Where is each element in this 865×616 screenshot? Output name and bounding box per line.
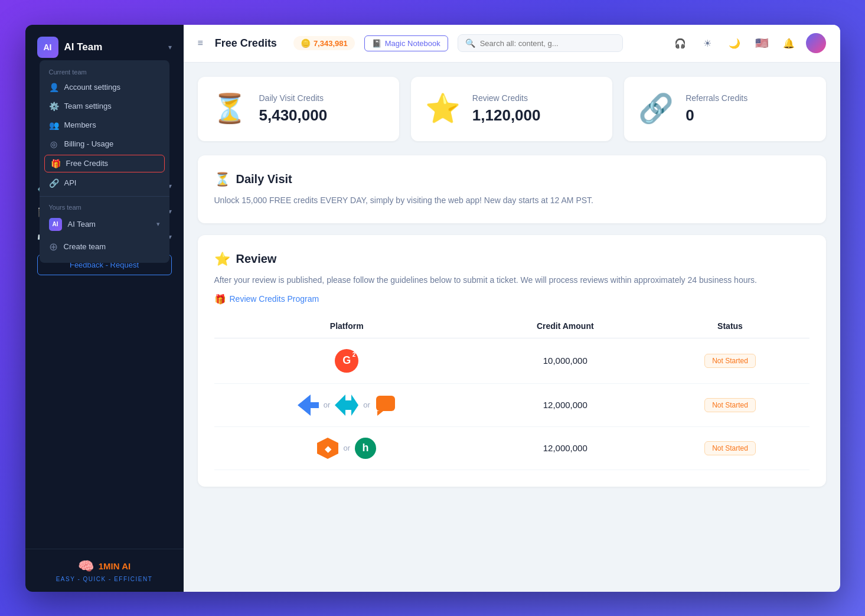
team-settings-label: Team settings bbox=[64, 102, 112, 110]
magic-notebook-button[interactable]: 📓 Magic Notebook bbox=[364, 35, 448, 51]
bell-button[interactable]: 🔔 bbox=[779, 33, 799, 53]
ai-team-chevron: ▾ bbox=[156, 220, 160, 228]
g2-platform-cell: G2 bbox=[224, 349, 471, 373]
sidebar-item-members[interactable]: 👥 Members bbox=[40, 116, 169, 135]
headphone-icon: 🎧 bbox=[674, 38, 686, 49]
flag-icon: 🇺🇸 bbox=[755, 37, 768, 50]
svg-marker-0 bbox=[298, 395, 319, 416]
svg-text:◆: ◆ bbox=[324, 444, 332, 454]
review-credits-label: Review Credits bbox=[472, 93, 541, 103]
sun-icon: ☀ bbox=[703, 38, 711, 49]
moon-icon: 🌙 bbox=[729, 38, 740, 49]
daily-visit-section-title: Daily Visit bbox=[236, 172, 292, 186]
multi2-credit-amount: 12,000,000 bbox=[479, 426, 651, 470]
sun-button[interactable]: ☀ bbox=[697, 33, 717, 53]
g2-logo: G2 bbox=[335, 349, 358, 373]
yours-team-label: Yours team bbox=[40, 200, 169, 213]
sidebar-item-ai-team[interactable]: AI AI Team ▾ bbox=[40, 213, 169, 236]
settings-icon: ⚙️ bbox=[49, 102, 58, 111]
review-credits-card: ⭐ Review Credits 1,120,000 bbox=[411, 77, 612, 141]
gift-link-icon: 🎁 bbox=[214, 294, 226, 305]
menu-icon: ≡ bbox=[198, 38, 203, 48]
bell-icon: 🔔 bbox=[783, 38, 795, 49]
members-label: Members bbox=[64, 120, 96, 129]
or-text-3: or bbox=[343, 444, 350, 452]
credit-amount-header: Credit Amount bbox=[479, 314, 651, 338]
page-title: Free Credits bbox=[215, 37, 277, 50]
members-icon: 👥 bbox=[49, 120, 58, 130]
flag-button[interactable]: 🇺🇸 bbox=[752, 33, 772, 53]
double-arrow-icon bbox=[335, 395, 358, 416]
user-avatar[interactable] bbox=[806, 33, 826, 53]
review-link-text: Review Credits Program bbox=[230, 294, 319, 304]
dropdown-menu: Current team 👤 Account settings ⚙️ Team … bbox=[40, 60, 169, 263]
app-container: AI AI Team ▾ Current team 👤 Account sett… bbox=[25, 25, 840, 592]
sidebar-item-team-settings[interactable]: ⚙️ Team settings bbox=[40, 97, 169, 116]
logo-text: AI Team bbox=[64, 41, 103, 53]
moon-button[interactable]: 🌙 bbox=[724, 33, 745, 53]
review-section: ⭐ Review After your review is published,… bbox=[198, 235, 826, 487]
billing-label: Billing - Usage bbox=[64, 139, 114, 148]
review-credits-program-link[interactable]: 🎁 Review Credits Program bbox=[214, 294, 319, 305]
review-table: Platform Credit Amount Status G2 bbox=[214, 314, 809, 470]
sidebar-item-free-credits[interactable]: 🎁 Free Credits bbox=[44, 155, 165, 172]
topbar: ≡ Free Credits 🪙 7,343,981 📓 Magic Noteb… bbox=[184, 25, 840, 63]
sidebar-item-billing[interactable]: ◎ Billing - Usage bbox=[40, 135, 169, 154]
headphone-button[interactable]: 🎧 bbox=[670, 33, 690, 53]
coin-icon: 🪙 bbox=[301, 38, 311, 48]
chat-bubble-icon bbox=[375, 395, 396, 416]
account-settings-label: Account settings bbox=[64, 83, 120, 92]
main-content: ≡ Free Credits 🪙 7,343,981 📓 Magic Noteb… bbox=[184, 25, 840, 592]
g2-status-badge: Not Started bbox=[704, 354, 756, 368]
api-icon: 🔗 bbox=[49, 178, 58, 188]
ai-team-label: AI Team bbox=[68, 220, 96, 229]
daily-visit-card: ⏳ Daily Visit Credits 5,430,000 bbox=[198, 77, 399, 141]
review-description: After your review is published, please f… bbox=[214, 274, 809, 286]
sidebar-item-create-team[interactable]: ⊕ Create team bbox=[40, 236, 169, 258]
svg-marker-3 bbox=[377, 411, 383, 416]
sidebar-item-api[interactable]: 🔗 API bbox=[40, 174, 169, 193]
create-team-label: Create team bbox=[64, 242, 106, 251]
sidebar-item-account-settings[interactable]: 👤 Account settings bbox=[40, 78, 169, 97]
plus-circle-icon: ⊕ bbox=[49, 240, 58, 253]
search-input[interactable] bbox=[480, 39, 615, 48]
divider bbox=[40, 196, 169, 197]
content-area: ⏳ Daily Visit Credits 5,430,000 ⭐ Review… bbox=[184, 63, 840, 592]
svg-marker-1 bbox=[335, 395, 358, 416]
hexagon-icon: ◆ bbox=[317, 438, 338, 459]
svg-rect-2 bbox=[376, 396, 395, 411]
search-bar[interactable]: 🔍 bbox=[458, 34, 623, 52]
magic-notebook-label: Magic Notebook bbox=[385, 39, 440, 48]
current-team-label: Current team bbox=[40, 65, 169, 78]
producthunt-icon bbox=[298, 395, 319, 416]
table-row: G2 10,000,000 Not Started bbox=[214, 338, 809, 383]
referrals-credits-label: Referrals Credits bbox=[686, 93, 748, 103]
review-section-icon: ⭐ bbox=[214, 252, 230, 267]
g2-credit-amount: 10,000,000 bbox=[479, 338, 651, 383]
referrals-credits-card: 🔗 Referrals Credits 0 bbox=[624, 77, 825, 141]
api-label: API bbox=[64, 178, 77, 187]
sidebar: AI AI Team ▾ Current team 👤 Account sett… bbox=[25, 25, 184, 592]
referrals-credits-value: 0 bbox=[686, 106, 748, 125]
brain-icon: 🧠 bbox=[78, 559, 94, 574]
daily-visit-value: 5,430,000 bbox=[259, 106, 328, 125]
status-header: Status bbox=[651, 314, 809, 338]
or-text-1: or bbox=[324, 400, 331, 409]
table-row: or or bbox=[214, 383, 809, 426]
daily-visit-section: ⏳ Daily Visit Unlock 15,000 FREE credits… bbox=[198, 155, 826, 223]
review-credits-value: 1,120,000 bbox=[472, 106, 541, 125]
free-credits-label: Free Credits bbox=[66, 159, 109, 168]
credits-pill[interactable]: 🪙 7,343,981 bbox=[293, 36, 355, 50]
star-icon: ⭐ bbox=[425, 94, 461, 123]
account-icon: 👤 bbox=[49, 83, 58, 92]
or-text-2: or bbox=[363, 400, 370, 409]
table-row: ◆ or h 12,000,000 Not Started bbox=[214, 426, 809, 470]
chain-icon: 🔗 bbox=[638, 94, 674, 123]
billing-icon: ◎ bbox=[49, 139, 58, 149]
hourglass-icon: ⏳ bbox=[212, 94, 247, 123]
logo-icon: AI bbox=[37, 37, 58, 58]
multi-platform-cell-1: or or bbox=[224, 395, 471, 416]
daily-visit-label: Daily Visit Credits bbox=[259, 93, 328, 103]
topbar-icons: 🎧 ☀ 🌙 🇺🇸 🔔 bbox=[670, 33, 826, 53]
footer-tagline: EASY - QUICK - EFFICIENT bbox=[37, 576, 172, 582]
